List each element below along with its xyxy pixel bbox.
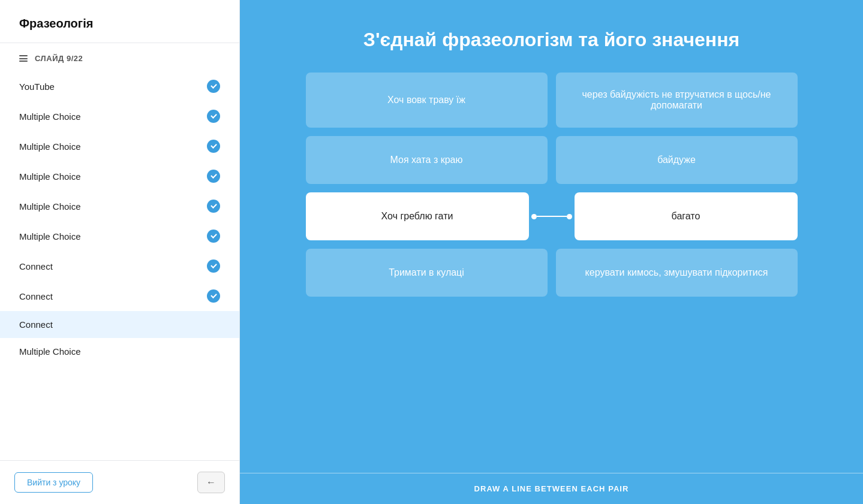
sidebar-item-label: YouTube bbox=[19, 82, 55, 92]
connected-row: Хоч греблю гати багато bbox=[306, 192, 798, 240]
sidebar-item-label: Multiple Choice bbox=[19, 111, 81, 122]
sidebar-item-1[interactable]: YouTube bbox=[0, 71, 239, 101]
check-icon bbox=[207, 110, 220, 123]
check-icon bbox=[207, 289, 220, 303]
connector-dot-right bbox=[567, 214, 572, 219]
sidebar-item-2[interactable]: Multiple Choice bbox=[0, 101, 239, 131]
slide-label: СЛАЙД 9/22 bbox=[0, 43, 239, 69]
exit-button[interactable]: Вийти з уроку bbox=[14, 472, 93, 493]
footer-label: DRAW A LINE BETWEEN EACH PAIR bbox=[276, 484, 827, 493]
sidebar-item-label: Multiple Choice bbox=[19, 346, 81, 357]
sidebar: Фразеологія СЛАЙД 9/22 YouTubeMultiple C… bbox=[0, 0, 240, 504]
card-right1[interactable]: через байдужість не втручатися в щось/не… bbox=[556, 73, 798, 128]
check-icon bbox=[207, 170, 220, 183]
sidebar-title: Фразеологія bbox=[19, 17, 220, 31]
sidebar-item-label: Connect bbox=[19, 261, 53, 271]
sidebar-items: YouTubeMultiple ChoiceMultiple ChoiceMul… bbox=[0, 69, 239, 460]
sidebar-item-label: Multiple Choice bbox=[19, 141, 81, 152]
sidebar-item-label: Connect bbox=[19, 319, 53, 330]
sidebar-item-label: Multiple Choice bbox=[19, 201, 81, 212]
sidebar-item-6[interactable]: Multiple Choice bbox=[0, 221, 239, 251]
cards-grid: Хоч вовк траву їж через байдужість не вт… bbox=[306, 73, 798, 297]
connector-dot-left bbox=[531, 214, 537, 219]
sidebar-header: Фразеологія bbox=[0, 0, 239, 43]
card-left1[interactable]: Хоч вовк траву їж bbox=[306, 73, 548, 128]
sidebar-item-7[interactable]: Connect bbox=[0, 251, 239, 281]
hamburger-icon bbox=[19, 55, 28, 62]
main-content: З'єднай фразеологізм та його значення Хо… bbox=[240, 0, 863, 504]
footer-bar: DRAW A LINE BETWEEN EACH PAIR bbox=[240, 473, 863, 504]
sidebar-item-10[interactable]: Multiple Choice bbox=[0, 338, 239, 365]
check-icon bbox=[207, 200, 220, 213]
sidebar-item-8[interactable]: Connect bbox=[0, 281, 239, 311]
check-icon bbox=[207, 259, 220, 273]
card-left3[interactable]: Хоч греблю гати bbox=[306, 192, 529, 240]
connector-bridge bbox=[529, 214, 575, 219]
sidebar-item-4[interactable]: Multiple Choice bbox=[0, 161, 239, 191]
connector-line bbox=[537, 216, 567, 217]
main-title: З'єднай фразеологізм та його значення bbox=[363, 29, 739, 51]
back-button[interactable]: ← bbox=[197, 472, 225, 493]
sidebar-item-9[interactable]: Connect bbox=[0, 311, 239, 338]
card-right4[interactable]: керувати кимось, змушувати підкоритися bbox=[556, 249, 798, 297]
card-right2[interactable]: байдуже bbox=[556, 136, 798, 184]
sidebar-item-label: Connect bbox=[19, 291, 53, 301]
card-left4[interactable]: Тримати в кулаці bbox=[306, 249, 548, 297]
check-icon bbox=[207, 230, 220, 243]
check-icon bbox=[207, 140, 220, 153]
check-icon bbox=[207, 80, 220, 93]
sidebar-item-5[interactable]: Multiple Choice bbox=[0, 191, 239, 221]
sidebar-item-label: Multiple Choice bbox=[19, 171, 81, 182]
card-left2[interactable]: Моя хата з краю bbox=[306, 136, 548, 184]
sidebar-item-label: Multiple Choice bbox=[19, 231, 81, 242]
sidebar-item-3[interactable]: Multiple Choice bbox=[0, 131, 239, 161]
sidebar-footer: Вийти з уроку ← bbox=[0, 460, 239, 504]
card-right3[interactable]: багато bbox=[575, 192, 798, 240]
